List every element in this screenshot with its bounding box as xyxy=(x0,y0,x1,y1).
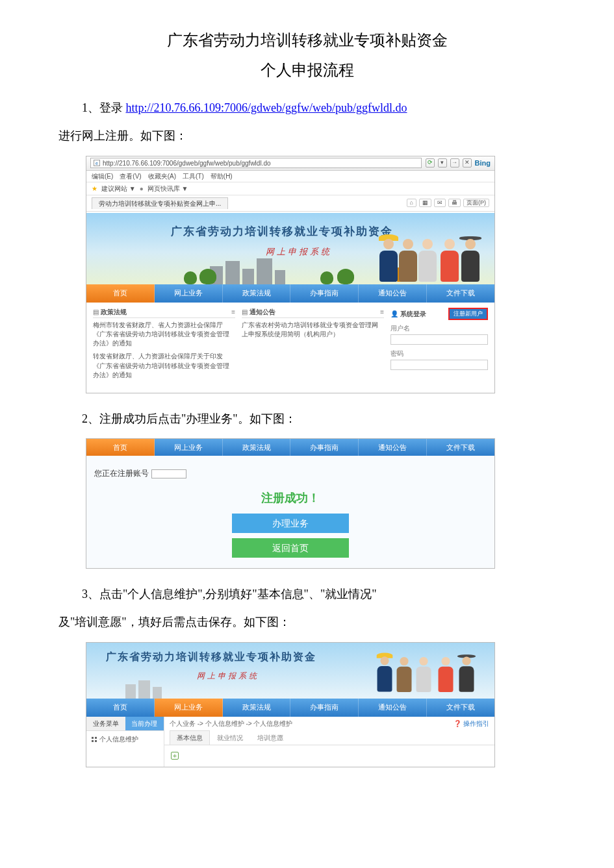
browser-tab[interactable]: 劳动力培训转移就业专项补贴资金网上申... xyxy=(92,197,228,209)
site-banner: 广东省劳动力培训转移就业专项补助资金 网上申报系统 xyxy=(86,212,494,284)
sidebar-tab-current[interactable]: 当前办理 xyxy=(125,717,164,731)
nav-home[interactable]: 首页 xyxy=(86,284,155,303)
help-label: 操作指引 xyxy=(463,720,489,727)
browser-menu-bar: 编辑(E) 查看(V) 收藏夹(A) 工具(T) 帮助(H) xyxy=(86,171,494,182)
menu-fav[interactable]: 收藏夹(A) xyxy=(148,172,176,180)
nav-policy[interactable]: 政策法规 xyxy=(223,284,291,303)
login-url-link[interactable]: http://210.76.66.109:7006/gdweb/ggfw/web… xyxy=(126,101,407,114)
banner-subtitle: 网上申报系统 xyxy=(266,247,332,258)
menu-help[interactable]: 帮助(H) xyxy=(211,172,233,180)
site-nav-3: 首页 网上业务 政策法规 办事指南 通知公告 文件下载 xyxy=(86,699,494,717)
title-line-2: 个人申报流程 xyxy=(58,56,556,86)
grid-icon xyxy=(92,737,97,742)
nav-download[interactable]: 文件下载 xyxy=(427,284,494,303)
step-1-suffix: 进行网上注册。如下图： xyxy=(58,122,556,150)
policy-column: ▤ 政策法规 ≡ 梅州市转发省财政厅、省人力资源社会保障厅《广东省省级劳动力培训… xyxy=(93,308,235,384)
tab-basic-info[interactable]: 基本信息 xyxy=(170,730,210,745)
nav-home[interactable]: 首页 xyxy=(86,699,155,717)
nav-guide[interactable]: 办事指南 xyxy=(290,439,359,456)
site-nav: 首页 网上业务 政策法规 办事指南 通知公告 文件下载 xyxy=(86,284,494,303)
banner-title: 广东省劳动力培训转移就业专项补助资金 xyxy=(171,225,393,239)
title-line-1: 广东省劳动力培训转移就业专项补贴资金 xyxy=(58,26,556,56)
help-link[interactable]: ❓ 操作指引 xyxy=(454,719,489,728)
more-icon[interactable]: ≡ xyxy=(231,308,235,316)
feed-tool-icon[interactable]: ▦ xyxy=(419,199,431,208)
skyline-graphic xyxy=(125,680,255,699)
people-graphic xyxy=(374,645,491,696)
nav-download[interactable]: 文件下载 xyxy=(427,439,494,456)
news-item-2[interactable]: 转发省财政厅、人力资源社会保障厅关于印发《广东省省级劳动力培训转移就业专项资金管… xyxy=(93,352,235,380)
print-tool-icon[interactable]: 🖶 xyxy=(448,199,461,208)
menu-tools[interactable]: 工具(T) xyxy=(183,172,204,180)
register-label: 您正在注册账号 xyxy=(94,469,149,479)
success-message: 注册成功！ xyxy=(86,491,494,506)
banner-title: 广东省劳动力培训转移就业专项补助资金 xyxy=(106,651,316,664)
sidebar-tab-menu[interactable]: 业务菜单 xyxy=(86,717,125,731)
home-tool-icon[interactable]: ⌂ xyxy=(407,199,416,208)
nav-online[interactable]: 网上业务 xyxy=(155,439,223,456)
tab-employment[interactable]: 就业情况 xyxy=(210,730,250,745)
step-1-prefix: 1、登录 xyxy=(82,101,126,114)
dropdown-icon[interactable]: ▾ xyxy=(438,158,447,167)
menu-edit[interactable]: 编辑(E) xyxy=(92,172,113,180)
login-panel: 👤 系统登录 注册新用户 用户名 密码 xyxy=(390,308,488,384)
back-home-button[interactable]: 返回首页 xyxy=(232,538,349,558)
nav-online[interactable]: 网上业务 xyxy=(155,284,223,303)
add-icon[interactable]: + xyxy=(171,752,179,760)
news-item-3[interactable]: 广东省农村劳动力培训转移就业专项资金管理网上申报系统使用简明（机构用户） xyxy=(242,321,384,340)
help-icon: ❓ xyxy=(454,720,461,727)
url-text: http://210.76.66.109:7006/gdweb/ggfw/web… xyxy=(103,159,271,167)
tab-training[interactable]: 培训意愿 xyxy=(250,730,290,745)
screenshot-3: 广东省劳动力培训转移就业专项补助资金 网上申报系统 首页 网上业务 政策法规 办… xyxy=(86,642,495,767)
nav-notice[interactable]: 通知公告 xyxy=(359,699,427,717)
search-go-icon[interactable]: → xyxy=(450,158,459,167)
menu-view[interactable]: 查看(V) xyxy=(120,172,141,180)
step-1-text: 1、登录 http://210.76.66.109:7006/gdweb/ggf… xyxy=(58,94,556,122)
nav-policy[interactable]: 政策法规 xyxy=(223,439,291,456)
handle-business-button[interactable]: 办理业务 xyxy=(232,514,349,533)
step-3-text-b: 及"培训意愿"，填好后需点击保存。如下图： xyxy=(58,608,556,636)
page-tool[interactable]: 页面(P) xyxy=(463,199,489,208)
fav-suggested[interactable]: 建议网站 ▼ xyxy=(101,184,136,193)
site-nav-2: 首页 网上业务 政策法规 办事指南 通知公告 文件下载 xyxy=(86,439,494,456)
favorites-bar: ★ 建议网站 ▼ ● 网页快讯库 ▼ xyxy=(86,182,494,195)
refresh-icon[interactable]: ⟳ xyxy=(426,158,435,167)
address-bar: e http://210.76.66.109:7006/gdweb/ggfw/w… xyxy=(86,156,494,171)
username-label: 用户名 xyxy=(390,324,488,332)
screenshot-2: 首页 网上业务 政策法规 办事指南 通知公告 文件下载 您正在注册账号 注册成功… xyxy=(86,438,495,569)
password-input[interactable] xyxy=(390,360,488,370)
mail-tool-icon[interactable]: ✉ xyxy=(434,199,446,208)
nav-online[interactable]: 网上业务 xyxy=(155,699,223,717)
url-field[interactable]: e http://210.76.66.109:7006/gdweb/ggfw/w… xyxy=(90,158,422,168)
user-icon: 👤 xyxy=(390,310,398,317)
news-item-1[interactable]: 梅州市转发省财政厅、省人力资源社会保障厅《广东省省级劳动力培训转移就业专项资金管… xyxy=(93,321,235,349)
nav-guide[interactable]: 办事指南 xyxy=(290,699,359,717)
star-icon[interactable]: ★ xyxy=(92,184,97,193)
notice-header: 通知公告 xyxy=(249,308,275,316)
more-icon[interactable]: ≡ xyxy=(380,308,384,316)
bullet-icon: ● xyxy=(140,184,144,193)
site-banner-3: 广东省劳动力培训转移就业专项补助资金 网上申报系统 xyxy=(86,643,494,699)
nav-notice[interactable]: 通知公告 xyxy=(359,439,427,456)
screenshot-1: e http://210.76.66.109:7006/gdweb/ggfw/w… xyxy=(86,156,495,394)
fav-webslice[interactable]: 网页快讯库 ▼ xyxy=(147,184,188,193)
doc-title: 广东省劳动力培训转移就业专项补贴资金 个人申报流程 xyxy=(58,26,556,85)
people-graphic xyxy=(377,217,488,282)
sidebar-item-label: 个人信息维护 xyxy=(99,736,138,743)
account-field[interactable] xyxy=(151,469,186,478)
login-title: 系统登录 xyxy=(400,310,426,317)
register-button[interactable]: 注册新用户 xyxy=(448,308,488,321)
nav-guide[interactable]: 办事指南 xyxy=(290,284,359,303)
nav-policy[interactable]: 政策法规 xyxy=(223,699,291,717)
sidebar-item-personal-info[interactable]: 个人信息维护 xyxy=(86,731,164,747)
notice-column: ▤ 通知公告 ≡ 广东省农村劳动力培训转移就业专项资金管理网上申报系统使用简明（… xyxy=(242,308,384,384)
nav-home[interactable]: 首页 xyxy=(86,439,155,456)
nav-notice[interactable]: 通知公告 xyxy=(359,284,427,303)
list-icon: ▤ xyxy=(242,308,248,316)
page-tools: ⌂ ▦ ✉ 🖶 页面(P) xyxy=(407,199,489,208)
breadcrumb: 个人业务 -> 个人信息维护 -> 个人信息维护 xyxy=(170,719,292,728)
close-icon[interactable]: ✕ xyxy=(463,158,472,167)
username-input[interactable] xyxy=(390,334,488,345)
list-icon: ▤ xyxy=(93,308,99,316)
nav-download[interactable]: 文件下载 xyxy=(427,699,494,717)
